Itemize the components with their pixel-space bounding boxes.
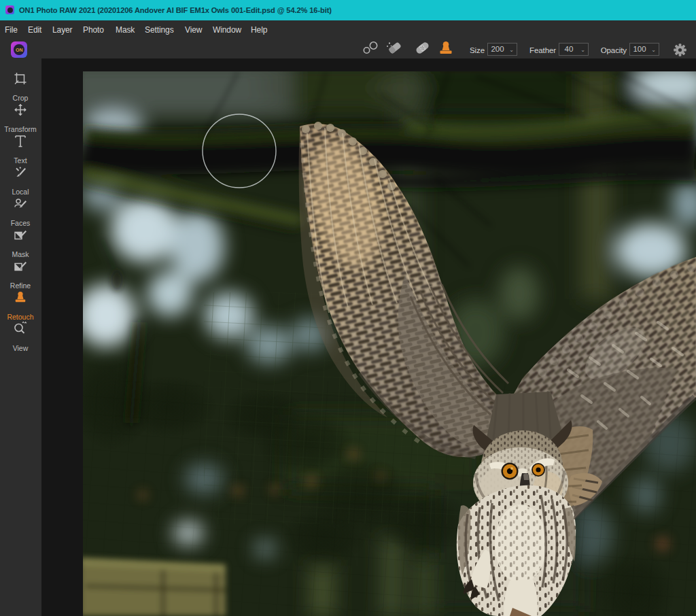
svg-text:Retouch: Retouch (7, 313, 33, 321)
svg-text:View: View (13, 344, 29, 352)
svg-text:Local: Local (12, 188, 29, 196)
svg-text:Mask: Mask (12, 250, 29, 258)
svg-text:Faces: Faces (11, 219, 31, 227)
svg-text:Text: Text (14, 156, 27, 165)
svg-text:Refine: Refine (10, 281, 31, 290)
svg-text:Transform: Transform (4, 125, 37, 133)
svg-text:Crop: Crop (13, 94, 29, 102)
